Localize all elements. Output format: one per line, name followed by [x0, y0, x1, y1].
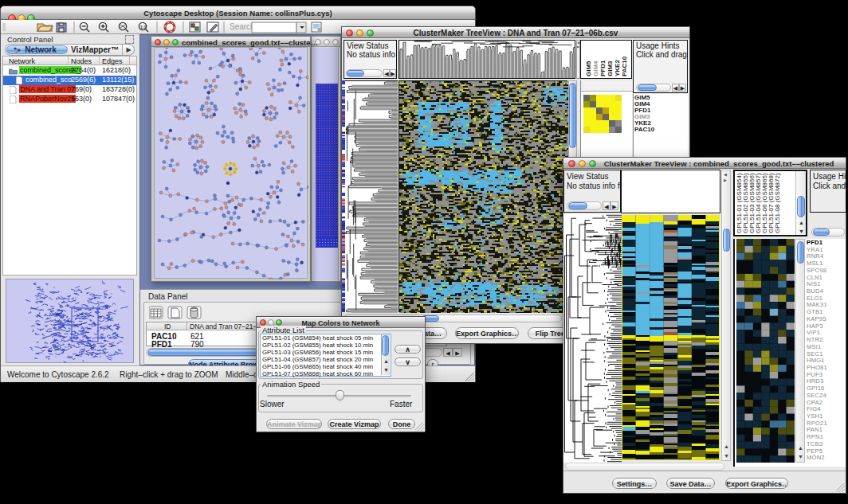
svg-text:1:1: 1:1 — [140, 25, 146, 29]
svg-text:GIM5: GIM5 — [585, 61, 592, 76]
svg-text:GIM4: GIM4 — [592, 61, 599, 76]
svg-text:PAC10: PAC10 — [621, 56, 628, 76]
svg-text:PFD1: PFD1 — [599, 60, 607, 76]
svg-text:YKE2: YKE2 — [614, 60, 621, 76]
svg-text:GPL51-08 (GSM872): GPL51-08 (GSM872) — [774, 173, 781, 233]
svg-text:GIM3: GIM3 — [607, 61, 614, 76]
